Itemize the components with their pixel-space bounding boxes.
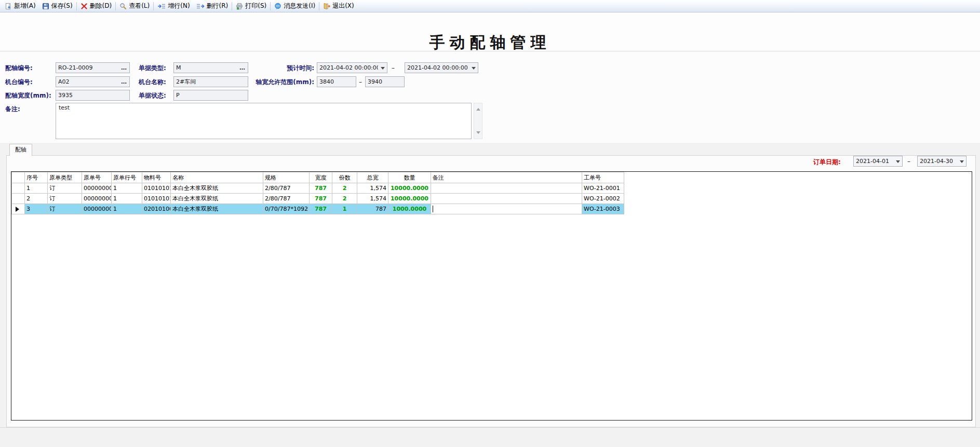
grid-cell[interactable]: 1,574 xyxy=(357,194,388,204)
grid-cell[interactable]: 0000000007 xyxy=(82,204,112,214)
grid-cell[interactable]: 2/80/787 xyxy=(263,194,310,204)
grid-cell[interactable]: 787 xyxy=(357,204,388,214)
toolbar-button-view[interactable]: 查看(L) xyxy=(116,1,153,12)
grid-column-header[interactable]: 原单号 xyxy=(82,172,112,183)
grid-cell[interactable] xyxy=(431,194,582,204)
row-indicator-cell[interactable] xyxy=(12,194,25,204)
grid-cell[interactable]: WO-21-0002 xyxy=(582,194,624,204)
grid-column-header[interactable]: 备注 xyxy=(431,172,582,183)
grid-cell[interactable]: 本白全木浆双胶纸 xyxy=(171,183,263,194)
width-range-from-input[interactable]: 3840 xyxy=(317,76,356,87)
grid-cell[interactable] xyxy=(431,204,582,214)
grid-cell[interactable]: 1 xyxy=(112,204,142,214)
chevron-down-icon[interactable] xyxy=(472,67,476,72)
row-indicator-cell[interactable] xyxy=(12,204,25,214)
grid-column-header[interactable]: 总宽 xyxy=(357,172,388,183)
grid-cell[interactable]: 0000000003 xyxy=(82,194,112,204)
grid-cell[interactable]: 010101010 xyxy=(142,183,171,194)
grid-cell[interactable]: 2 xyxy=(332,194,357,204)
grid-column-header[interactable]: 份数 xyxy=(332,172,357,183)
grid-cell[interactable]: 0000000006 xyxy=(82,183,112,194)
toolbar-button-label: 增行(N) xyxy=(168,2,190,10)
scroll-up-icon[interactable] xyxy=(476,106,480,111)
grid-column-header[interactable]: 名称 xyxy=(171,172,263,183)
chevron-down-icon[interactable] xyxy=(896,160,900,165)
grid-cell[interactable]: 本白全木浆双胶纸 xyxy=(171,194,263,204)
doc-type-lookup-button[interactable]: … xyxy=(237,64,246,71)
doc-status-value: P xyxy=(176,92,246,99)
grid-cell[interactable]: 订 xyxy=(48,194,82,204)
grid-cell[interactable] xyxy=(431,183,582,194)
scroll-down-icon[interactable] xyxy=(476,131,480,136)
exit-icon xyxy=(323,3,330,10)
roll-width-input[interactable]: 3935 xyxy=(56,90,130,101)
plan-time-from-combo[interactable]: 2021-04-02 00:00:00 xyxy=(317,62,387,73)
chevron-down-icon[interactable] xyxy=(381,67,385,72)
grid-column-header[interactable]: 规格 xyxy=(263,172,310,183)
toolbar-button-exit[interactable]: 退出(X) xyxy=(320,1,357,12)
grid-cell[interactable]: 010101010 xyxy=(142,194,171,204)
grid-cell[interactable]: 1000.0000 xyxy=(388,204,431,214)
grid-cell[interactable]: 订 xyxy=(48,204,82,214)
order-date-to-combo[interactable]: 2021-04-30 xyxy=(917,156,966,167)
grid-cell[interactable]: 787 xyxy=(310,183,332,194)
plan-time-to-combo[interactable]: 2021-04-02 00:00:00 xyxy=(405,62,478,73)
toolbar-button-save[interactable]: 保存(S) xyxy=(39,1,76,12)
tab-roll-config[interactable]: 配轴 xyxy=(9,144,32,156)
toolbar-button-print[interactable]: 打印(S) xyxy=(233,1,270,12)
grid-cell[interactable]: 0/70/787*1092 xyxy=(263,204,310,214)
grid-cell[interactable]: 020101001 xyxy=(142,204,171,214)
grid-cell[interactable]: WO-21-0001 xyxy=(582,183,624,194)
grid-column-header[interactable]: 原单行号 xyxy=(112,172,142,183)
toolbar-button-send-message[interactable]: 消息发送(I) xyxy=(271,1,318,12)
row-indicator-cell[interactable] xyxy=(12,183,25,194)
grid-cell[interactable]: WO-21-0003 xyxy=(582,204,624,214)
grid-column-header[interactable]: 物料号 xyxy=(142,172,171,183)
toolbar-button-delete-row[interactable]: 删行(R) xyxy=(193,1,232,12)
roll-no-lookup-button[interactable]: … xyxy=(119,64,127,71)
grid-cell[interactable]: 2 xyxy=(332,183,357,194)
doc-status-input[interactable]: P xyxy=(173,90,248,101)
grid-cell[interactable]: 1,574 xyxy=(357,183,388,194)
grid-cell[interactable]: 3 xyxy=(25,204,48,214)
order-date-from-combo[interactable]: 2021-04-01 xyxy=(853,156,903,167)
width-range-dash: – xyxy=(359,78,362,86)
machine-no-input[interactable]: A02 … xyxy=(56,76,130,87)
order-date-from-value: 2021-04-01 xyxy=(856,158,893,165)
grid-cell[interactable]: 订 xyxy=(48,183,82,194)
machine-name-input[interactable]: 2#车间 xyxy=(173,76,248,87)
toolbar-button-new-document[interactable]: 新增(A) xyxy=(2,1,39,12)
current-row-arrow-icon xyxy=(16,207,22,212)
grid-column-header[interactable]: 数量 xyxy=(388,172,431,183)
grid-cell[interactable]: 1 xyxy=(25,183,48,194)
grid-row[interactable]: 1订00000000061010101010本白全木浆双胶纸2/80/78778… xyxy=(12,183,624,194)
roll-no-input[interactable]: RO-21-0009 … xyxy=(56,62,130,73)
grid-column-header[interactable]: 宽度 xyxy=(310,172,332,183)
grid-cell[interactable]: 1 xyxy=(112,183,142,194)
grid-header-row: 序号原单类型原单号原单行号物料号名称规格宽度份数总宽数量备注工单号 xyxy=(12,172,624,183)
machine-no-lookup-button[interactable]: … xyxy=(119,78,127,85)
grid-cell[interactable]: 1 xyxy=(112,194,142,204)
grid-row[interactable]: 2订00000000031010101010本白全木浆双胶纸2/80/78778… xyxy=(12,194,624,204)
grid-row[interactable]: 3订00000000071020101001本白全木浆双胶纸0/70/787*1… xyxy=(12,204,624,214)
remark-textarea[interactable] xyxy=(56,103,472,139)
grid-cell[interactable]: 本白全木浆双胶纸 xyxy=(171,204,263,214)
grid-cell[interactable]: 2 xyxy=(25,194,48,204)
toolbar-separator xyxy=(115,2,116,10)
doc-type-input[interactable]: M … xyxy=(173,62,248,73)
grid-cell[interactable]: 10000.0000 xyxy=(388,194,431,204)
width-range-to-input[interactable]: 3940 xyxy=(365,76,405,87)
grid-column-header[interactable]: 工单号 xyxy=(582,172,624,183)
grid-column-header[interactable]: 原单类型 xyxy=(48,172,82,183)
grid-cell[interactable]: 2/80/787 xyxy=(263,183,310,194)
grid-indicator-header[interactable] xyxy=(12,172,25,183)
grid-column-header[interactable]: 序号 xyxy=(25,172,48,183)
remark-scrollbar[interactable] xyxy=(474,103,482,139)
toolbar-button-add-row[interactable]: 增行(N) xyxy=(154,1,193,12)
grid-cell[interactable]: 1 xyxy=(332,204,357,214)
grid-cell[interactable]: 787 xyxy=(310,194,332,204)
chevron-down-icon[interactable] xyxy=(960,160,964,165)
toolbar-button-delete[interactable]: 删除(D) xyxy=(77,1,115,12)
grid-cell[interactable]: 10000.0000 xyxy=(388,183,431,194)
grid-cell[interactable]: 787 xyxy=(310,204,332,214)
